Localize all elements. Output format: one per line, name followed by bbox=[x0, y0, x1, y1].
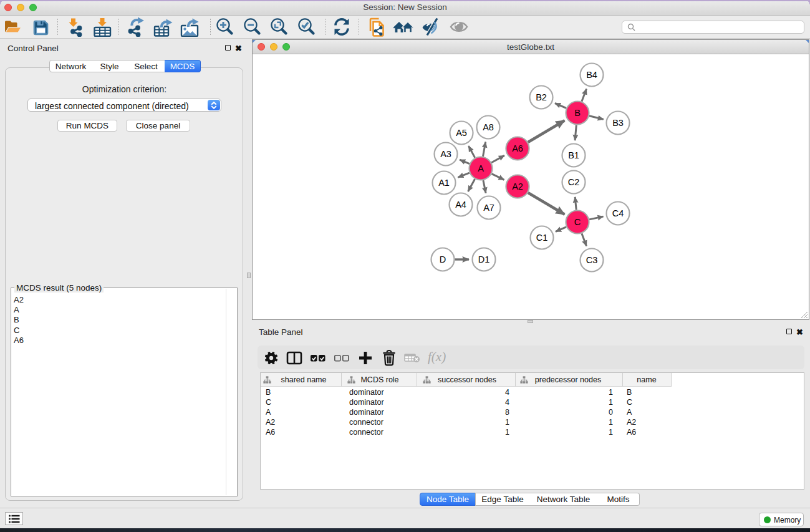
svg-text:C1: C1 bbox=[536, 233, 548, 243]
svg-text:B: B bbox=[574, 108, 581, 118]
svg-text:A1: A1 bbox=[438, 178, 450, 188]
svg-text:D1: D1 bbox=[478, 254, 490, 264]
svg-text:B1: B1 bbox=[568, 150, 579, 160]
svg-text:C3: C3 bbox=[586, 255, 598, 265]
svg-text:B3: B3 bbox=[612, 118, 624, 128]
svg-text:A2: A2 bbox=[512, 181, 523, 191]
svg-text:A3: A3 bbox=[440, 149, 451, 159]
svg-text:A5: A5 bbox=[456, 128, 467, 138]
svg-text:C: C bbox=[574, 217, 581, 227]
svg-text:A: A bbox=[478, 163, 484, 173]
svg-text:A8: A8 bbox=[483, 122, 494, 132]
svg-text:C4: C4 bbox=[612, 208, 624, 218]
svg-text:A7: A7 bbox=[483, 203, 494, 213]
svg-text:A4: A4 bbox=[455, 200, 466, 210]
svg-text:B2: B2 bbox=[536, 92, 547, 102]
svg-text:A6: A6 bbox=[512, 143, 523, 153]
svg-text:C2: C2 bbox=[568, 177, 580, 187]
svg-text:B4: B4 bbox=[586, 70, 597, 80]
svg-text:D: D bbox=[440, 254, 446, 264]
